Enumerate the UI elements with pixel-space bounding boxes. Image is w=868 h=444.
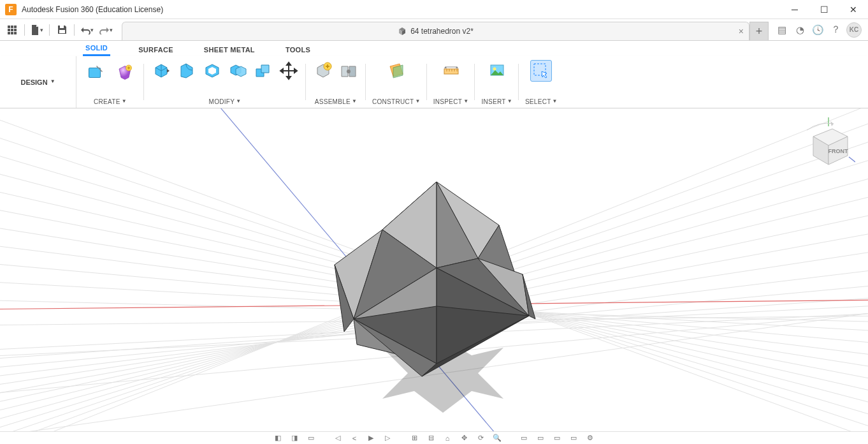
close-tab-button[interactable]: ×	[739, 26, 744, 36]
svg-point-18	[493, 68, 496, 71]
user-avatar[interactable]: KC	[846, 22, 862, 38]
svg-rect-16	[444, 69, 458, 74]
group-create: CREATE▼	[76, 56, 144, 108]
group-modify: MODIFY▼	[144, 56, 306, 108]
tab-solid[interactable]: SOLID	[83, 41, 110, 56]
new-tab-button[interactable]: +	[749, 22, 769, 40]
fillet-tool[interactable]	[176, 60, 198, 82]
app-icon: F	[5, 4, 17, 15]
nav-icon[interactable]: 🔍	[491, 434, 503, 443]
tab-tools[interactable]: TOOLS	[283, 43, 313, 56]
document-tab[interactable]: 64 tetrahedron v2* ×	[122, 22, 749, 40]
svg-rect-1	[11, 26, 13, 28]
svg-rect-6	[8, 32, 10, 34]
nav-icon[interactable]: ⌂	[442, 434, 453, 443]
nav-icon[interactable]: ▭	[551, 434, 563, 443]
group-select-label: SELECT	[525, 98, 551, 105]
window-title: Autodesk Fusion 360 (Education License)	[22, 5, 163, 14]
document-tab-label: 64 tetrahedron v2*	[410, 27, 474, 36]
maximize-button[interactable]: ☐	[809, 0, 839, 19]
document-icon	[398, 27, 407, 36]
undo-button[interactable]: ▾	[78, 22, 95, 38]
new-component-tool[interactable]	[312, 60, 334, 82]
group-inspect-label: INSPECT	[433, 98, 462, 105]
insert-tool[interactable]	[486, 60, 508, 82]
group-inspect: INSPECT▼	[427, 56, 475, 108]
svg-rect-3	[8, 29, 10, 31]
file-menu-button[interactable]: ▾	[29, 22, 45, 38]
group-construct-label: CONSTRUCT	[372, 98, 414, 105]
svg-rect-8	[14, 32, 17, 34]
tab-surface[interactable]: SURFACE	[136, 43, 176, 56]
create-form-tool[interactable]	[112, 60, 138, 85]
svg-rect-7	[11, 32, 13, 34]
data-panel-button[interactable]	[4, 22, 20, 38]
ribbon: DESIGN▼ CREATE▼ MODIFY▼ AS	[0, 56, 868, 108]
group-assemble-label: ASSEMBLE	[315, 98, 351, 105]
nav-icon[interactable]: ▭	[535, 434, 546, 443]
save-button[interactable]	[54, 22, 70, 38]
nav-icon[interactable]: ⊟	[425, 434, 437, 443]
svg-marker-72	[830, 121, 834, 126]
titlebar: F Autodesk Fusion 360 (Education License…	[0, 0, 868, 19]
group-modify-label: MODIFY	[209, 98, 235, 105]
svg-rect-5	[14, 29, 17, 31]
close-button[interactable]: ✕	[839, 0, 868, 19]
svg-rect-2	[14, 26, 17, 28]
nav-icon[interactable]: ✥	[458, 434, 470, 443]
align-tool[interactable]	[252, 60, 274, 82]
nav-icon[interactable]: ▭	[568, 434, 579, 443]
nav-icon[interactable]: ◁	[332, 434, 344, 443]
job-status-icon[interactable]: ◔	[793, 23, 807, 37]
navigation-bar: ◧ ◨ ▭ ◁ < ▶ ▷ ⊞ ⊟ ⌂ ✥ ⟳ 🔍 ▭ ▭ ▭ ▭ ⚙	[0, 431, 868, 444]
canvas-svg	[0, 108, 868, 431]
move-tool[interactable]	[278, 60, 300, 82]
select-tool[interactable]	[530, 60, 552, 82]
svg-rect-4	[11, 29, 13, 31]
nav-icon[interactable]: ◧	[272, 434, 284, 443]
press-pull-tool[interactable]	[150, 60, 172, 82]
measure-tool[interactable]	[440, 60, 462, 82]
group-insert-label: INSERT	[481, 98, 505, 105]
svg-point-15	[347, 70, 351, 73]
nav-icon[interactable]: ⚙	[584, 434, 596, 443]
quick-access-row: ▾ ▾ ▾ 64 tetrahedron v2* × + ▤ ◔ 🕓 ？	[0, 19, 868, 41]
extensions-icon[interactable]: ▤	[775, 23, 789, 37]
ribbon-tabs: SOLID SURFACE SHEET METAL TOOLS	[0, 41, 868, 56]
workspace-label: DESIGN	[20, 78, 47, 86]
nav-icon[interactable]: ⊞	[409, 434, 420, 443]
nav-icon[interactable]: ▭	[305, 434, 317, 443]
group-assemble: ASSEMBLE▼	[306, 56, 366, 108]
viewport[interactable]: FRONT	[0, 108, 868, 431]
viewcube[interactable]: FRONT	[800, 117, 855, 172]
workspace-picker[interactable]: DESIGN▼	[0, 56, 76, 108]
minimize-button[interactable]: ─	[780, 0, 809, 19]
nav-icon[interactable]: ▶	[365, 434, 377, 443]
svg-line-71	[849, 157, 855, 162]
group-construct: CONSTRUCT▼	[366, 56, 427, 108]
shell-tool[interactable]	[201, 60, 223, 82]
svg-rect-11	[89, 68, 101, 78]
viewcube-face-label: FRONT	[828, 148, 848, 154]
construct-plane-tool[interactable]	[386, 60, 407, 82]
nav-icon[interactable]: ◨	[289, 434, 300, 443]
combine-tool[interactable]	[227, 60, 249, 82]
nav-icon[interactable]: ⟳	[475, 434, 486, 443]
help-icon[interactable]: ？	[828, 23, 843, 37]
svg-rect-9	[60, 26, 64, 28]
model[interactable]	[335, 182, 535, 376]
joint-tool[interactable]	[338, 60, 359, 82]
updates-icon[interactable]: 🕓	[811, 23, 825, 37]
group-create-label: CREATE	[94, 98, 120, 105]
svg-rect-0	[8, 26, 10, 28]
nav-icon[interactable]: ▷	[382, 434, 393, 443]
svg-rect-10	[59, 30, 65, 33]
redo-button[interactable]: ▾	[98, 22, 114, 38]
nav-icon[interactable]: <	[349, 434, 360, 443]
tab-sheet-metal[interactable]: SHEET METAL	[201, 43, 257, 56]
group-select: SELECT▼	[519, 56, 564, 108]
nav-icon[interactable]: ▭	[518, 434, 530, 443]
new-sketch-tool[interactable]	[83, 60, 108, 85]
group-insert: INSERT▼	[475, 56, 519, 108]
